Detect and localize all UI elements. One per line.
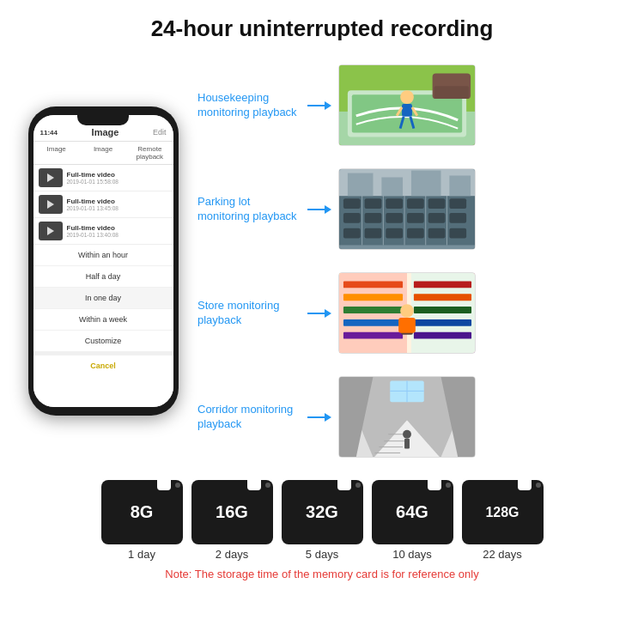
sd-card-128g: 128G 22 days xyxy=(462,480,544,561)
monitoring-label-housekeeping: Housekeeping monitoring playback xyxy=(197,91,301,120)
svg-rect-30 xyxy=(428,228,446,239)
svg-rect-23 xyxy=(407,213,424,223)
monitoring-row-corridor: Corridor monitoring playback xyxy=(197,368,627,466)
video-info-2: Full-time video 2019-01-01 13:45:08 xyxy=(67,197,168,211)
sd-dot-8g xyxy=(175,483,180,488)
svg-point-4 xyxy=(400,90,414,104)
svg-rect-54 xyxy=(414,332,471,339)
monitoring-row-store: Store monitoring playback xyxy=(197,264,627,362)
video-title-3: Full-time video xyxy=(67,224,168,232)
video-list: Full-time video 2019-01-01 15:58:08 Full… xyxy=(33,165,173,407)
video-info-3: Full-time video 2019-01-01 13:40:08 xyxy=(67,224,168,238)
sd-days-16g: 2 days xyxy=(216,548,248,561)
phone-screen: 11:44 Image Edit Image Image Remote play… xyxy=(33,115,173,407)
screen-time: 11:44 xyxy=(40,129,58,137)
svg-point-69 xyxy=(403,430,411,439)
phone-mockup: 11:44 Image Edit Image Image Remote play… xyxy=(28,106,179,416)
svg-rect-5 xyxy=(402,104,412,117)
svg-rect-18 xyxy=(428,198,446,209)
phone-notch xyxy=(77,115,129,125)
svg-rect-25 xyxy=(449,213,466,223)
monitoring-label-parking: Parking lot monitoring playback xyxy=(197,195,301,224)
video-item-1[interactable]: Full-time video 2019-01-01 15:58:08 xyxy=(33,165,173,191)
tab-image[interactable]: Image xyxy=(33,142,80,164)
screen-tabs: Image Image Remote playback xyxy=(33,142,173,165)
screen-edit-button[interactable]: Edit xyxy=(153,128,167,137)
sd-card-64g: 64G 10 days xyxy=(372,480,453,561)
svg-rect-45 xyxy=(343,281,403,288)
svg-rect-22 xyxy=(386,213,403,223)
phone-container: 11:44 Image Edit Image Image Remote play… xyxy=(17,51,189,471)
svg-rect-50 xyxy=(414,281,471,288)
sd-size-16g: 16G xyxy=(216,502,248,522)
svg-rect-19 xyxy=(449,198,466,209)
video-item-2[interactable]: Full-time video 2019-01-01 13:45:08 xyxy=(33,191,173,218)
page-title: 24-hour uninterrupted recording xyxy=(0,15,644,42)
dropdown-cancel-button[interactable]: Cancel xyxy=(33,352,173,376)
sd-size-32g: 32G xyxy=(306,502,338,522)
arrow-store xyxy=(307,309,331,318)
svg-rect-51 xyxy=(414,294,471,301)
dropdown-within-week[interactable]: Within a week xyxy=(33,309,173,331)
svg-rect-38 xyxy=(348,173,374,197)
sd-card-icon-64g: 64G xyxy=(372,480,453,544)
video-date-3: 2019-01-01 13:40:08 xyxy=(67,232,168,238)
sd-days-128g: 22 days xyxy=(483,548,522,561)
svg-rect-53 xyxy=(414,319,471,326)
sd-dot-128g xyxy=(536,483,541,488)
sd-days-64g: 10 days xyxy=(392,548,432,561)
screen-title-label: Image xyxy=(92,127,119,137)
svg-rect-49 xyxy=(343,332,403,339)
svg-rect-26 xyxy=(343,228,361,239)
dropdown-within-hour[interactable]: Within an hour xyxy=(33,245,173,266)
monitoring-label-store: Store monitoring playback xyxy=(197,299,301,328)
dropdown-menu: Within an hour Half a day In one day Wit… xyxy=(33,245,173,376)
svg-rect-24 xyxy=(428,213,446,223)
sd-size-64g: 64G xyxy=(396,502,428,522)
sd-card-icon-32g: 32G xyxy=(282,480,363,544)
monitoring-label-corridor: Corridor monitoring playback xyxy=(197,403,301,432)
monitoring-img-housekeeping xyxy=(338,64,476,146)
sd-card-icon-16g: 16G xyxy=(191,480,273,544)
dropdown-half-day[interactable]: Half a day xyxy=(33,266,173,288)
svg-rect-52 xyxy=(414,307,471,313)
svg-rect-70 xyxy=(404,439,410,449)
arrow-corridor xyxy=(307,413,331,422)
sd-dot-32g xyxy=(355,483,361,488)
note-text: Note: The storage time of the memory car… xyxy=(165,566,478,580)
video-thumb-2 xyxy=(39,195,63,214)
sd-days-32g: 5 days xyxy=(306,548,338,561)
svg-rect-14 xyxy=(343,198,361,209)
monitoring-img-store xyxy=(338,272,476,354)
video-item-3[interactable]: Full-time video 2019-01-01 13:40:08 xyxy=(33,218,173,245)
play-icon-1 xyxy=(47,173,54,182)
video-date-1: 2019-01-01 15:58:08 xyxy=(67,179,168,185)
video-thumb-1 xyxy=(39,168,63,187)
sd-card-8g: 8G 1 day xyxy=(101,480,183,561)
sd-notch-128g xyxy=(518,480,532,490)
sd-notch-64g xyxy=(428,480,441,490)
video-info-1: Full-time video 2019-01-01 15:58:08 xyxy=(67,171,168,185)
play-icon-3 xyxy=(47,227,54,235)
video-title-1: Full-time video xyxy=(67,171,168,179)
video-date-2: 2019-01-01 13:45:08 xyxy=(67,205,168,211)
right-panel: Housekeeping monitoring playback xyxy=(197,51,627,471)
main-section: 11:44 Image Edit Image Image Remote play… xyxy=(0,51,644,471)
video-thumb-3 xyxy=(39,222,63,240)
video-title-2: Full-time video xyxy=(67,197,168,205)
svg-rect-39 xyxy=(381,177,403,196)
monitoring-row-housekeeping: Housekeeping monitoring playback xyxy=(197,56,627,155)
svg-rect-41 xyxy=(449,175,471,196)
svg-rect-46 xyxy=(343,294,403,301)
svg-rect-31 xyxy=(449,228,466,239)
svg-rect-48 xyxy=(343,319,403,326)
arrow-housekeeping xyxy=(307,101,331,110)
dropdown-customize[interactable]: Customize xyxy=(33,331,173,352)
dropdown-in-one-day[interactable]: In one day xyxy=(33,288,173,309)
tab-remote-playback[interactable]: Remote playback xyxy=(126,142,173,164)
sd-days-8g: 1 day xyxy=(128,548,155,561)
svg-rect-21 xyxy=(365,213,382,223)
header-section: 24-hour uninterrupted recording xyxy=(0,0,644,51)
svg-rect-16 xyxy=(386,198,403,209)
tab-image2[interactable]: Image xyxy=(80,142,126,164)
